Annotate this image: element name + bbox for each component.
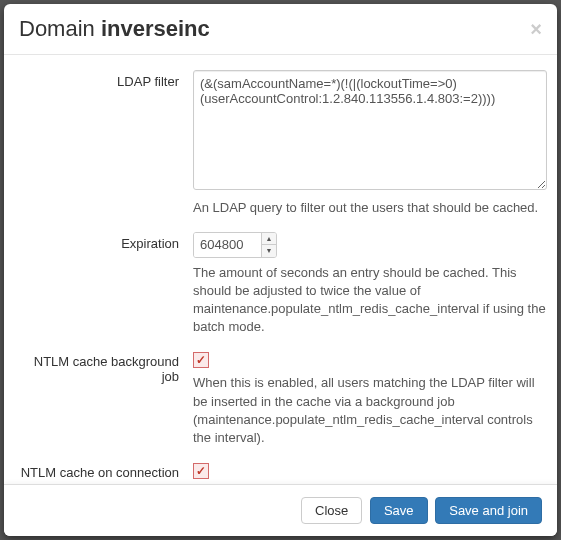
- label-on-conn: NTLM cache on connection: [19, 461, 193, 484]
- help-expiration: The amount of seconds an entry should be…: [193, 264, 547, 337]
- close-icon[interactable]: ×: [530, 19, 542, 39]
- expiration-up-icon[interactable]: ▲: [262, 233, 276, 245]
- row-ldap-filter: LDAP filter (&(samAccountName=*)(!(|(loc…: [19, 70, 547, 217]
- expiration-input[interactable]: [194, 233, 261, 257]
- on-conn-checkbox[interactable]: ✓: [193, 463, 209, 479]
- row-on-conn: NTLM cache on connection ✓ When this is …: [19, 461, 547, 484]
- label-expiration: Expiration: [19, 232, 193, 337]
- expiration-stepper[interactable]: ▲ ▼: [193, 232, 277, 258]
- modal-footer: Close Save Save and join: [4, 484, 557, 536]
- help-ldap-filter: An LDAP query to filter out the users th…: [193, 199, 547, 217]
- label-bg-job: NTLM cache background job: [19, 350, 193, 447]
- bg-job-checkbox[interactable]: ✓: [193, 352, 209, 368]
- expiration-down-icon[interactable]: ▼: [262, 245, 276, 257]
- row-expiration: Expiration ▲ ▼ The amount of seconds an …: [19, 232, 547, 337]
- title-prefix: Domain: [19, 16, 101, 41]
- label-ldap-filter: LDAP filter: [19, 70, 193, 217]
- modal-dialog: Domain inverseinc × LDAP filter (&(samAc…: [4, 4, 557, 536]
- help-bg-job: When this is enabled, all users matching…: [193, 374, 547, 447]
- ldap-filter-input[interactable]: (&(samAccountName=*)(!(|(lockoutTime=>0)…: [193, 70, 547, 190]
- row-bg-job: NTLM cache background job ✓ When this is…: [19, 350, 547, 447]
- modal-title: Domain inverseinc: [19, 16, 210, 42]
- modal-body[interactable]: LDAP filter (&(samAccountName=*)(!(|(loc…: [4, 55, 557, 484]
- close-button[interactable]: Close: [301, 497, 362, 524]
- modal-header: Domain inverseinc ×: [4, 4, 557, 55]
- title-name: inverseinc: [101, 16, 210, 41]
- save-button[interactable]: Save: [370, 497, 428, 524]
- save-join-button[interactable]: Save and join: [435, 497, 542, 524]
